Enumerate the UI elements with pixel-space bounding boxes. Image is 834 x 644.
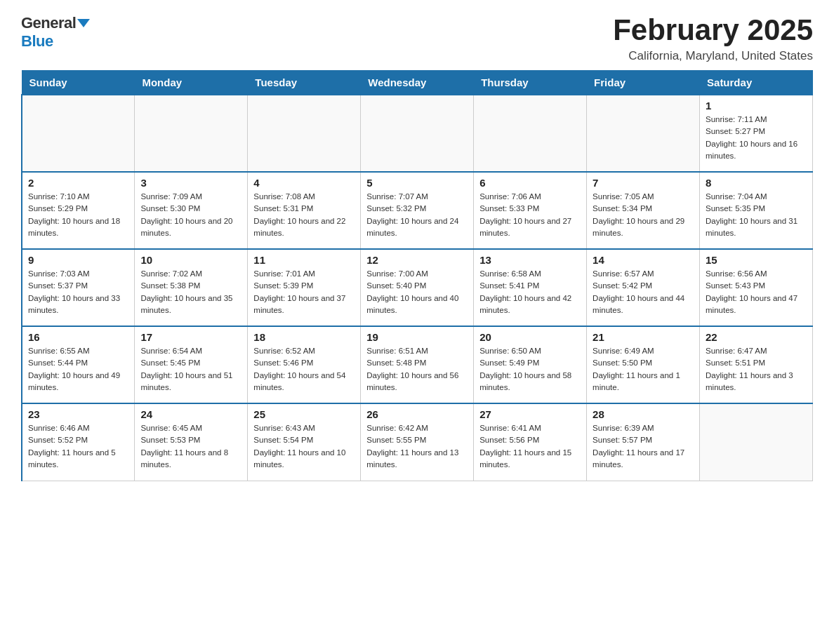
logo: General Blue [21,14,90,51]
day-number: 17 [140,331,241,343]
day-info: Sunrise: 7:01 AM Sunset: 5:39 PM Dayligh… [253,268,355,316]
calendar-cell: 5Sunrise: 7:07 AM Sunset: 5:32 PM Daylig… [361,172,474,249]
day-number: 4 [253,177,355,189]
day-info: Sunrise: 6:47 AM Sunset: 5:51 PM Dayligh… [706,345,807,394]
calendar-cell [22,95,135,172]
logo-triangle-icon [77,19,90,27]
col-saturday: Saturday [700,71,813,95]
col-monday: Monday [135,71,248,95]
page-title: February 2025 [613,14,813,46]
day-info: Sunrise: 6:56 AM Sunset: 5:43 PM Dayligh… [706,268,807,316]
calendar-cell [700,403,813,481]
day-number: 24 [140,408,241,420]
day-info: Sunrise: 7:09 AM Sunset: 5:30 PM Dayligh… [140,191,241,239]
calendar-cell: 3Sunrise: 7:09 AM Sunset: 5:30 PM Daylig… [135,172,248,249]
day-number: 6 [479,177,581,189]
page-header: General Blue February 2025 California, M… [21,14,813,63]
calendar-cell: 6Sunrise: 7:06 AM Sunset: 5:33 PM Daylig… [474,172,587,249]
calendar-cell: 11Sunrise: 7:01 AM Sunset: 5:39 PM Dayli… [248,249,361,326]
logo-blue: Blue [21,32,53,50]
day-info: Sunrise: 6:39 AM Sunset: 5:57 PM Dayligh… [593,422,694,471]
day-info: Sunrise: 7:04 AM Sunset: 5:35 PM Dayligh… [706,191,807,239]
day-info: Sunrise: 6:45 AM Sunset: 5:53 PM Dayligh… [140,422,241,471]
day-info: Sunrise: 7:06 AM Sunset: 5:33 PM Dayligh… [479,191,581,239]
col-thursday: Thursday [474,71,587,95]
day-info: Sunrise: 7:07 AM Sunset: 5:32 PM Dayligh… [366,191,468,239]
day-number: 23 [28,408,128,420]
calendar-cell [135,95,248,172]
day-number: 10 [140,254,241,266]
day-info: Sunrise: 6:50 AM Sunset: 5:49 PM Dayligh… [479,345,581,394]
col-tuesday: Tuesday [248,71,361,95]
day-number: 14 [593,254,694,266]
day-info: Sunrise: 7:02 AM Sunset: 5:38 PM Dayligh… [140,268,241,316]
day-info: Sunrise: 6:52 AM Sunset: 5:46 PM Dayligh… [253,345,355,394]
logo-top-line: General [21,14,90,32]
calendar-cell: 7Sunrise: 7:05 AM Sunset: 5:34 PM Daylig… [587,172,700,249]
calendar-cell: 27Sunrise: 6:41 AM Sunset: 5:56 PM Dayli… [474,403,587,481]
calendar-cell [248,95,361,172]
title-block: February 2025 California, Maryland, Unit… [613,14,813,63]
day-number: 3 [140,177,241,189]
calendar-cell: 18Sunrise: 6:52 AM Sunset: 5:46 PM Dayli… [248,326,361,403]
day-info: Sunrise: 7:03 AM Sunset: 5:37 PM Dayligh… [28,268,128,316]
calendar-cell: 8Sunrise: 7:04 AM Sunset: 5:35 PM Daylig… [700,172,813,249]
calendar-table: Sunday Monday Tuesday Wednesday Thursday… [21,70,813,481]
calendar-cell: 19Sunrise: 6:51 AM Sunset: 5:48 PM Dayli… [361,326,474,403]
calendar-cell: 15Sunrise: 6:56 AM Sunset: 5:43 PM Dayli… [700,249,813,326]
weekday-header-row: Sunday Monday Tuesday Wednesday Thursday… [22,71,813,95]
day-number: 16 [28,331,128,343]
calendar-cell: 26Sunrise: 6:42 AM Sunset: 5:55 PM Dayli… [361,403,474,481]
day-info: Sunrise: 7:10 AM Sunset: 5:29 PM Dayligh… [28,191,128,239]
logo-general: General [21,14,76,32]
day-number: 5 [366,177,468,189]
day-number: 19 [366,331,468,343]
calendar-cell: 17Sunrise: 6:54 AM Sunset: 5:45 PM Dayli… [135,326,248,403]
day-info: Sunrise: 7:05 AM Sunset: 5:34 PM Dayligh… [593,191,694,239]
calendar-week-row: 9Sunrise: 7:03 AM Sunset: 5:37 PM Daylig… [22,249,813,326]
day-info: Sunrise: 6:55 AM Sunset: 5:44 PM Dayligh… [28,345,128,394]
calendar-cell: 25Sunrise: 6:43 AM Sunset: 5:54 PM Dayli… [248,403,361,481]
day-info: Sunrise: 6:49 AM Sunset: 5:50 PM Dayligh… [593,345,694,394]
calendar-cell: 28Sunrise: 6:39 AM Sunset: 5:57 PM Dayli… [587,403,700,481]
day-number: 18 [253,331,355,343]
day-info: Sunrise: 7:11 AM Sunset: 5:27 PM Dayligh… [706,114,807,162]
day-number: 1 [706,100,807,112]
calendar-cell: 14Sunrise: 6:57 AM Sunset: 5:42 PM Dayli… [587,249,700,326]
day-number: 2 [28,177,128,189]
day-number: 26 [366,408,468,420]
day-info: Sunrise: 6:57 AM Sunset: 5:42 PM Dayligh… [593,268,694,316]
calendar-cell: 23Sunrise: 6:46 AM Sunset: 5:52 PM Dayli… [22,403,135,481]
day-number: 15 [706,254,807,266]
day-number: 13 [479,254,581,266]
day-info: Sunrise: 6:58 AM Sunset: 5:41 PM Dayligh… [479,268,581,316]
day-info: Sunrise: 6:41 AM Sunset: 5:56 PM Dayligh… [479,422,581,471]
calendar-cell: 9Sunrise: 7:03 AM Sunset: 5:37 PM Daylig… [22,249,135,326]
day-number: 7 [593,177,694,189]
calendar-cell: 21Sunrise: 6:49 AM Sunset: 5:50 PM Dayli… [587,326,700,403]
calendar-header: Sunday Monday Tuesday Wednesday Thursday… [22,71,813,95]
day-number: 12 [366,254,468,266]
calendar-cell: 22Sunrise: 6:47 AM Sunset: 5:51 PM Dayli… [700,326,813,403]
col-friday: Friday [587,71,700,95]
day-info: Sunrise: 6:54 AM Sunset: 5:45 PM Dayligh… [140,345,241,394]
day-number: 21 [593,331,694,343]
calendar-week-row: 23Sunrise: 6:46 AM Sunset: 5:52 PM Dayli… [22,403,813,481]
day-number: 11 [253,254,355,266]
calendar-cell [587,95,700,172]
day-info: Sunrise: 6:51 AM Sunset: 5:48 PM Dayligh… [366,345,468,394]
calendar-cell [361,95,474,172]
calendar-cell: 4Sunrise: 7:08 AM Sunset: 5:31 PM Daylig… [248,172,361,249]
day-info: Sunrise: 7:08 AM Sunset: 5:31 PM Dayligh… [253,191,355,239]
calendar-cell: 10Sunrise: 7:02 AM Sunset: 5:38 PM Dayli… [135,249,248,326]
calendar-cell: 12Sunrise: 7:00 AM Sunset: 5:40 PM Dayli… [361,249,474,326]
day-number: 8 [706,177,807,189]
calendar-cell [474,95,587,172]
calendar-cell: 13Sunrise: 6:58 AM Sunset: 5:41 PM Dayli… [474,249,587,326]
day-info: Sunrise: 6:42 AM Sunset: 5:55 PM Dayligh… [366,422,468,471]
day-number: 9 [28,254,128,266]
calendar-week-row: 1Sunrise: 7:11 AM Sunset: 5:27 PM Daylig… [22,95,813,172]
page-subtitle: California, Maryland, United States [613,49,813,63]
col-wednesday: Wednesday [361,71,474,95]
calendar-cell: 24Sunrise: 6:45 AM Sunset: 5:53 PM Dayli… [135,403,248,481]
